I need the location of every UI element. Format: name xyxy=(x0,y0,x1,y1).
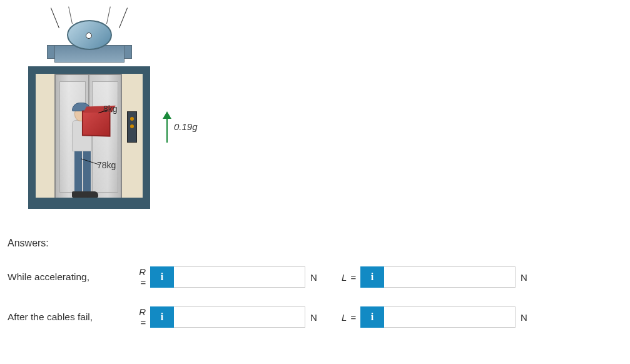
answer-input-R[interactable] xyxy=(174,266,305,288)
unit-label: N xyxy=(516,272,531,283)
box-mass-label: 8kg xyxy=(103,104,118,114)
pulley-housing xyxy=(59,20,128,67)
person-mass-label: 78kg xyxy=(97,160,116,170)
row-label: While accelerating, xyxy=(6,271,130,283)
variable-label-R: R = xyxy=(130,306,150,328)
variable-label-R: R = xyxy=(130,266,150,288)
elevator-diagram: 8kg 78kg 0.19g xyxy=(13,6,156,213)
info-icon-button[interactable]: i xyxy=(360,306,384,328)
unit-label: N xyxy=(305,312,320,323)
acceleration-arrow-icon xyxy=(163,111,175,143)
info-icon-button[interactable]: i xyxy=(150,306,174,328)
unit-label: N xyxy=(516,312,531,323)
variable-label-L: L = xyxy=(335,312,360,323)
answer-input-L[interactable] xyxy=(384,266,516,288)
cable xyxy=(51,8,59,28)
unit-label: N xyxy=(305,272,320,283)
answer-row: While accelerating, R = i N L = i N xyxy=(6,266,624,288)
info-icon-button[interactable]: i xyxy=(360,266,384,288)
answers-heading: Answers: xyxy=(8,238,624,249)
variable-label-L: L = xyxy=(335,272,360,283)
elevator-button-panel xyxy=(127,111,137,143)
answer-input-R[interactable] xyxy=(174,306,305,328)
answer-row: After the cables fail, R = i N L = i N xyxy=(6,306,624,328)
answer-input-L[interactable] xyxy=(384,306,516,328)
acceleration-label: 0.19g xyxy=(174,121,198,132)
info-icon-button[interactable]: i xyxy=(150,266,174,288)
elevator-car: 8kg 78kg xyxy=(28,66,150,209)
row-label: After the cables fail, xyxy=(6,311,130,323)
